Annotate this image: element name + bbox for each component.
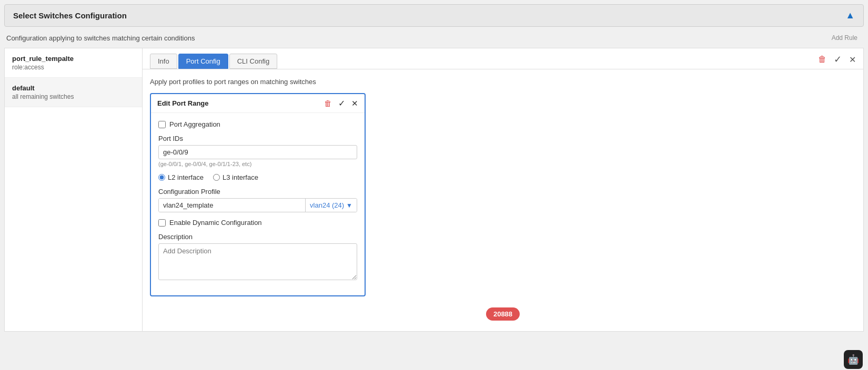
content-confirm-icon[interactable]: ✓	[834, 54, 842, 65]
description-textarea[interactable]	[158, 243, 357, 280]
profile-tag[interactable]: vlan24 (24) ▼	[305, 199, 357, 212]
config-profile-group: Configuration Profile vlan24_template vl…	[158, 188, 357, 212]
sidebar-item-port-rule[interactable]: port_rule_tempalte role:access	[5, 48, 142, 78]
port-range-confirm-icon[interactable]: ✓	[338, 98, 345, 108]
content-panel: Info Port Config CLI Config 🗑 ✓ ✕ Apply …	[143, 48, 863, 331]
sidebar-item-sub-0: role:access	[12, 64, 135, 71]
header-bar: Select Switches Configuration ▲	[4, 4, 864, 27]
main-content: port_rule_tempalte role:access default a…	[4, 48, 864, 332]
port-range-close-icon[interactable]: ✕	[351, 99, 358, 108]
badge: 20888	[486, 307, 520, 321]
sidebar-item-sub-1: all remaining switches	[12, 93, 135, 100]
port-range-header: Edit Port Range 🗑 ✓ ✕	[151, 94, 365, 113]
tab-cli-config[interactable]: CLI Config	[229, 54, 277, 69]
tab-bar: Info Port Config CLI Config	[143, 48, 863, 69]
content-delete-icon[interactable]: 🗑	[818, 55, 826, 64]
port-ids-hint: (ge-0/0/1, ge-0/0/4, ge-0/1/1-23, etc)	[158, 161, 357, 167]
port-aggregation-label: Port Aggregation	[169, 120, 220, 128]
sidebar-item-default[interactable]: default all remaining switches	[5, 78, 142, 107]
header-title: Select Switches Configuration	[13, 11, 127, 20]
port-ids-group: Port IDs (ge-0/0/1, ge-0/0/4, ge-0/1/1-2…	[158, 135, 357, 167]
port-ids-label: Port IDs	[158, 135, 357, 142]
tab-info[interactable]: Info	[150, 54, 177, 69]
sidebar-item-name-0: port_rule_tempalte	[12, 55, 135, 63]
sub-header-description: Configuration applying to switches match…	[6, 34, 195, 42]
l3-interface-radio[interactable]	[213, 174, 220, 181]
robot-icon[interactable]: 🤖	[844, 350, 863, 369]
badge-wrapper: 20888	[486, 307, 520, 321]
config-profile-label: Configuration Profile	[158, 188, 357, 196]
port-range-card: Edit Port Range 🗑 ✓ ✕ Port Aggregation	[150, 93, 366, 296]
chevron-up-icon[interactable]: ▲	[845, 10, 855, 21]
description-label: Description	[158, 233, 357, 241]
l2-interface-option: L2 interface	[158, 173, 204, 181]
port-range-icons: 🗑 ✓ ✕	[324, 98, 358, 108]
profile-tag-chevron-icon: ▼	[346, 202, 352, 209]
port-range-body: Port Aggregation Port IDs (ge-0/0/1, ge-…	[151, 113, 365, 295]
port-aggregation-row: Port Aggregation	[158, 120, 357, 128]
profile-tag-text: vlan24 (24)	[310, 201, 344, 209]
dynamic-config-row: Enable Dynamic Configuration	[158, 219, 357, 227]
sidebar: port_rule_tempalte role:access default a…	[5, 48, 143, 331]
content-actions: 🗑 ✓ ✕	[818, 54, 856, 65]
l2-interface-label: L2 interface	[168, 173, 204, 181]
l2-interface-radio[interactable]	[158, 174, 165, 181]
sidebar-item-name-1: default	[12, 84, 135, 92]
profile-name: vlan24_template	[159, 199, 305, 212]
port-range-delete-icon[interactable]: 🗑	[324, 99, 332, 108]
dynamic-config-checkbox[interactable]	[158, 219, 166, 227]
profile-select-row[interactable]: vlan24_template vlan24 (24) ▼	[158, 198, 357, 212]
l3-interface-label: L3 interface	[223, 173, 258, 181]
sub-header: Configuration applying to switches match…	[0, 27, 868, 48]
tab-port-config[interactable]: Port Config	[178, 54, 228, 69]
content-close-icon[interactable]: ✕	[849, 55, 856, 65]
add-rule-button[interactable]: Add Rule	[827, 32, 862, 44]
interface-options: L2 interface L3 interface	[158, 173, 357, 181]
port-ids-input[interactable]	[158, 145, 357, 159]
panel-body: Apply port profiles to port ranges on ma…	[143, 69, 863, 331]
l3-interface-option: L3 interface	[213, 173, 258, 181]
port-aggregation-checkbox[interactable]	[158, 121, 166, 128]
panel-description: Apply port profiles to port ranges on ma…	[150, 78, 856, 86]
description-group: Description	[158, 233, 357, 282]
dynamic-config-label: Enable Dynamic Configuration	[169, 219, 262, 227]
port-range-title: Edit Port Range	[157, 99, 209, 107]
